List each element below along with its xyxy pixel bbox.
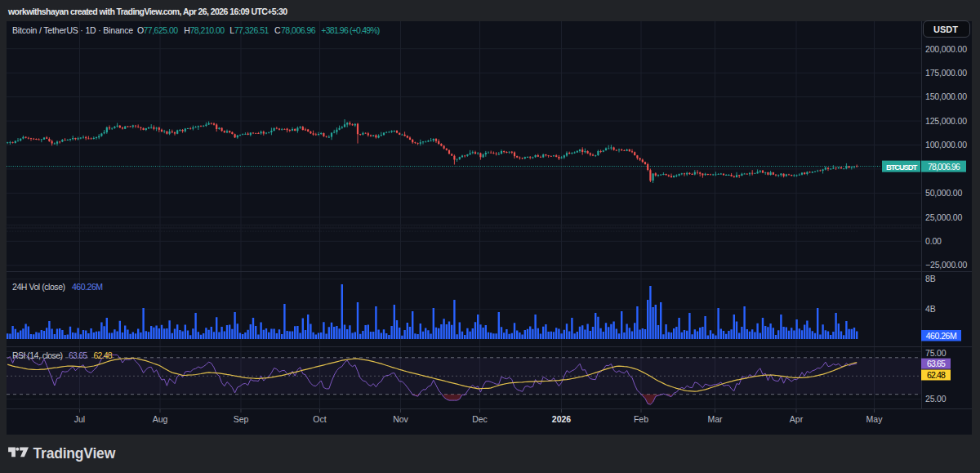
svg-text:Nov: Nov <box>393 414 408 424</box>
svg-text:460.26M: 460.26M <box>72 282 103 292</box>
svg-text:78,210.00: 78,210.00 <box>190 25 225 35</box>
svg-text:125,000.00: 125,000.00 <box>925 116 967 126</box>
svg-text:BTCUSDT: BTCUSDT <box>886 163 917 172</box>
svg-text:Aug: Aug <box>153 414 168 424</box>
svg-text:25.00: 25.00 <box>925 394 947 404</box>
svg-text:62.48: 62.48 <box>927 370 946 380</box>
svg-text:USDT: USDT <box>933 25 958 34</box>
svg-text:63.65: 63.65 <box>927 359 946 368</box>
svg-text:−25,000.00: −25,000.00 <box>925 260 967 270</box>
svg-text:4B: 4B <box>925 304 936 314</box>
svg-text:77,625.00: 77,625.00 <box>144 25 179 35</box>
svg-text:78,006.96: 78,006.96 <box>928 162 960 172</box>
svg-text:2026: 2026 <box>552 414 572 424</box>
svg-text:Mar: Mar <box>707 414 723 424</box>
svg-text:460.26M: 460.26M <box>926 331 957 341</box>
svg-text:Apr: Apr <box>790 414 804 424</box>
svg-text:RSI (14, close): RSI (14, close) <box>12 350 63 360</box>
svg-text:TradingView: TradingView <box>33 445 116 462</box>
svg-text:Jul: Jul <box>74 414 85 424</box>
svg-text:150,000.00: 150,000.00 <box>925 91 967 101</box>
svg-text:0.00: 0.00 <box>925 236 942 246</box>
svg-text:200,000.00: 200,000.00 <box>925 44 967 54</box>
svg-text:77,326.51: 77,326.51 <box>234 25 270 35</box>
svg-text:Oct: Oct <box>313 414 326 424</box>
svg-text:Sep: Sep <box>234 414 249 424</box>
svg-text:63.65: 63.65 <box>69 350 87 360</box>
svg-text:Dec: Dec <box>472 414 488 424</box>
svg-text:75.00: 75.00 <box>925 348 947 358</box>
svg-text:Feb: Feb <box>634 414 648 424</box>
svg-text:24H Vol (close): 24H Vol (close) <box>12 282 65 292</box>
svg-text:25,000.00: 25,000.00 <box>925 212 963 222</box>
svg-text:May: May <box>866 414 884 424</box>
svg-text:62.48: 62.48 <box>94 350 113 360</box>
svg-text:workwithshayan created with Tr: workwithshayan created with TradingView.… <box>7 7 287 16</box>
svg-text:50,000.00: 50,000.00 <box>925 188 963 198</box>
svg-text:78,006.96: 78,006.96 <box>281 25 316 35</box>
svg-text:Bitcoin / TetherUS · 1D · Bina: Bitcoin / TetherUS · 1D · Binance <box>12 25 133 35</box>
svg-text:8B: 8B <box>925 274 936 283</box>
svg-text:+381.96 (+0.49%): +381.96 (+0.49%) <box>321 25 380 35</box>
svg-text:175,000.00: 175,000.00 <box>925 68 967 78</box>
svg-text:C: C <box>274 25 281 35</box>
svg-text:100,000.00: 100,000.00 <box>925 140 967 149</box>
